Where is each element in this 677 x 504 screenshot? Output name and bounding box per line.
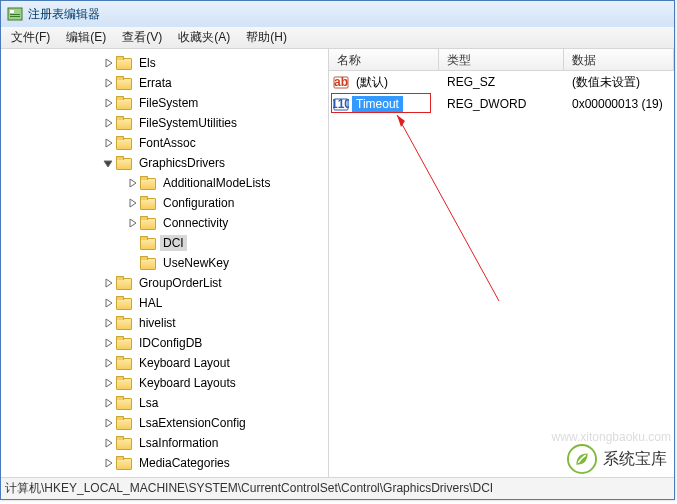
- tree-item-label: FileSystem: [136, 95, 201, 111]
- tree-expander-icon[interactable]: [101, 56, 115, 70]
- tree-expander-icon[interactable]: [101, 136, 115, 150]
- tree-expander-icon[interactable]: [101, 156, 115, 170]
- tree-expander-icon[interactable]: [101, 296, 115, 310]
- tree-spacer: [125, 256, 139, 270]
- folder-icon: [116, 136, 132, 150]
- tree-expander-icon[interactable]: [101, 376, 115, 390]
- tree-item[interactable]: Keyboard Layouts: [1, 373, 328, 393]
- svg-rect-2: [10, 14, 20, 15]
- tree-expander-icon[interactable]: [101, 116, 115, 130]
- brand-text: 系统宝库: [603, 449, 667, 470]
- tree-item[interactable]: AdditionalModeLists: [1, 173, 328, 193]
- menu-edit[interactable]: 编辑(E): [58, 27, 114, 48]
- tree-expander-icon[interactable]: [125, 176, 139, 190]
- tree-expander-icon[interactable]: [101, 396, 115, 410]
- tree-spacer: [125, 236, 139, 250]
- folder-icon: [140, 216, 156, 230]
- list-header[interactable]: 名称 类型 数据: [329, 49, 674, 71]
- tree-item-label: GraphicsDrivers: [136, 155, 228, 171]
- tree-item-label: Keyboard Layouts: [136, 375, 239, 391]
- tree-item-label: LsaInformation: [136, 435, 221, 451]
- tree-item-label: FileSystemUtilities: [136, 115, 240, 131]
- tree-item-label: DCI: [160, 235, 187, 251]
- value-data: (数值未设置): [564, 74, 674, 91]
- tree-item[interactable]: GraphicsDrivers: [1, 153, 328, 173]
- tree-item[interactable]: hivelist: [1, 313, 328, 333]
- string-value-icon: ab: [333, 74, 349, 90]
- tree-item[interactable]: Configuration: [1, 193, 328, 213]
- menu-favorites[interactable]: 收藏夹(A): [170, 27, 238, 48]
- folder-icon: [116, 76, 132, 90]
- tree-expander-icon[interactable]: [101, 356, 115, 370]
- folder-icon: [140, 236, 156, 250]
- window-title: 注册表编辑器: [28, 6, 100, 23]
- folder-icon: [140, 256, 156, 270]
- tree-item-label: AdditionalModeLists: [160, 175, 273, 191]
- tree-expander-icon[interactable]: [101, 456, 115, 470]
- tree-expander-icon[interactable]: [125, 216, 139, 230]
- menu-view[interactable]: 查看(V): [114, 27, 170, 48]
- tree-item[interactable]: DCI: [1, 233, 328, 253]
- svg-text:ab: ab: [334, 75, 348, 89]
- main-split: ElsErrataFileSystemFileSystemUtilitiesFo…: [1, 49, 674, 477]
- tree-item[interactable]: UseNewKey: [1, 253, 328, 273]
- folder-icon: [116, 296, 132, 310]
- folder-icon: [116, 456, 132, 470]
- svg-marker-11: [130, 199, 136, 207]
- tree-item[interactable]: IDConfigDB: [1, 333, 328, 353]
- titlebar[interactable]: 注册表编辑器: [1, 1, 674, 27]
- svg-rect-3: [10, 16, 20, 17]
- tree-item[interactable]: HAL: [1, 293, 328, 313]
- col-data[interactable]: 数据: [564, 49, 674, 70]
- tree-expander-icon[interactable]: [101, 96, 115, 110]
- tree-expander-icon[interactable]: [125, 196, 139, 210]
- tree-item[interactable]: FileSystemUtilities: [1, 113, 328, 133]
- tree-item-label: Keyboard Layout: [136, 355, 233, 371]
- tree-expander-icon[interactable]: [101, 316, 115, 330]
- tree-item[interactable]: MediaCategories: [1, 453, 328, 473]
- tree-item[interactable]: FontAssoc: [1, 133, 328, 153]
- menubar: 文件(F) 编辑(E) 查看(V) 收藏夹(A) 帮助(H): [1, 27, 674, 49]
- folder-icon: [116, 116, 132, 130]
- binary-value-icon: 110: [333, 96, 349, 112]
- folder-icon: [116, 336, 132, 350]
- tree-item[interactable]: LsaInformation: [1, 433, 328, 453]
- svg-marker-4: [106, 59, 112, 67]
- tree-expander-icon[interactable]: [101, 76, 115, 90]
- tree-expander-icon[interactable]: [101, 416, 115, 430]
- svg-marker-15: [106, 319, 112, 327]
- col-name[interactable]: 名称: [329, 49, 439, 70]
- col-type[interactable]: 类型: [439, 49, 564, 70]
- tree-item[interactable]: Keyboard Layout: [1, 353, 328, 373]
- tree-item[interactable]: Connectivity: [1, 213, 328, 233]
- tree-expander-icon[interactable]: [101, 276, 115, 290]
- svg-marker-17: [106, 359, 112, 367]
- menu-help[interactable]: 帮助(H): [238, 27, 295, 48]
- tree-item-label: IDConfigDB: [136, 335, 205, 351]
- svg-marker-20: [106, 419, 112, 427]
- tree-item[interactable]: Lsa: [1, 393, 328, 413]
- folder-icon: [116, 376, 132, 390]
- value-type: REG_SZ: [439, 75, 564, 89]
- folder-icon: [116, 416, 132, 430]
- svg-rect-1: [10, 10, 14, 13]
- registry-tree[interactable]: ElsErrataFileSystemFileSystemUtilitiesFo…: [1, 49, 328, 477]
- app-icon: [7, 6, 23, 22]
- tree-item[interactable]: FileSystem: [1, 93, 328, 113]
- tree-expander-icon[interactable]: [101, 436, 115, 450]
- tree-item[interactable]: LsaExtensionConfig: [1, 413, 328, 433]
- values-list[interactable]: ab(默认)REG_SZ(数值未设置)110TimeoutREG_DWORD0x…: [329, 71, 674, 477]
- folder-icon: [116, 316, 132, 330]
- tree-item[interactable]: GroupOrderList: [1, 273, 328, 293]
- tree-item-label: Els: [136, 55, 159, 71]
- tree-item-label: LsaExtensionConfig: [136, 415, 249, 431]
- menu-file[interactable]: 文件(F): [3, 27, 58, 48]
- value-type: REG_DWORD: [439, 97, 564, 111]
- tree-item[interactable]: Errata: [1, 73, 328, 93]
- value-row[interactable]: 110TimeoutREG_DWORD0x00000013 (19): [329, 93, 674, 115]
- value-row[interactable]: ab(默认)REG_SZ(数值未设置): [329, 71, 674, 93]
- tree-item-label: Connectivity: [160, 215, 231, 231]
- tree-item[interactable]: Els: [1, 53, 328, 73]
- svg-marker-22: [106, 459, 112, 467]
- tree-expander-icon[interactable]: [101, 336, 115, 350]
